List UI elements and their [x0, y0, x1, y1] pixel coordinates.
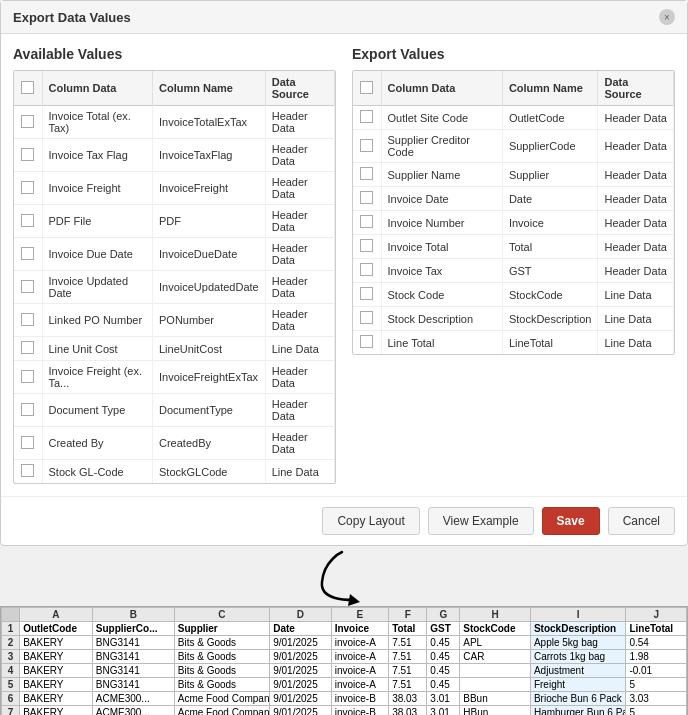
available-row-checkbox-cell[interactable]: [14, 139, 42, 172]
available-data-source: Header Data: [265, 271, 334, 304]
available-row-checkbox[interactable]: [21, 115, 34, 128]
export-row-checkbox-cell[interactable]: [353, 235, 381, 259]
export-row-checkbox[interactable]: [360, 335, 373, 348]
available-table-row: Stock GL-Code StockGLCode Line Data: [14, 460, 335, 484]
available-header-checkbox[interactable]: [21, 81, 34, 94]
export-col-name: Supplier: [502, 163, 598, 187]
available-row-checkbox-cell[interactable]: [14, 304, 42, 337]
spreadsheet-row: 7BAKERYACME300...Acme Food Company9/01/2…: [2, 706, 687, 716]
spreadsheet-cell-5-9: 5: [626, 678, 687, 692]
available-col-name: InvoiceFreightExTax: [153, 361, 266, 394]
available-row-checkbox[interactable]: [21, 280, 34, 293]
available-data-source: Header Data: [265, 361, 334, 394]
available-row-checkbox-cell[interactable]: [14, 238, 42, 271]
available-row-checkbox[interactable]: [21, 247, 34, 260]
available-row-checkbox[interactable]: [21, 181, 34, 194]
export-row-checkbox-cell[interactable]: [353, 331, 381, 355]
export-row-checkbox[interactable]: [360, 263, 373, 276]
export-row-checkbox-cell[interactable]: [353, 106, 381, 130]
spreadsheet-cell-6-5: 38.03: [389, 692, 427, 706]
export-row-checkbox[interactable]: [360, 110, 373, 123]
export-row-checkbox-cell[interactable]: [353, 259, 381, 283]
export-table-row: Line Total LineTotal Line Data: [353, 331, 674, 355]
available-row-checkbox[interactable]: [21, 313, 34, 326]
spreadsheet-cell-6-0: BAKERY: [20, 692, 93, 706]
copy-layout-button[interactable]: Copy Layout: [322, 507, 419, 535]
available-row-checkbox-cell[interactable]: [14, 106, 42, 139]
available-data-source: Header Data: [265, 304, 334, 337]
available-data-source: Header Data: [265, 394, 334, 427]
export-col-data: Stock Description: [381, 307, 502, 331]
spreadsheet-row: 2BAKERYBNG3141Bits & Goods9/01/2025invoi…: [2, 636, 687, 650]
close-button[interactable]: ×: [659, 9, 675, 25]
export-col-data: Stock Code: [381, 283, 502, 307]
spreadsheet-col-header-G: G: [427, 608, 460, 622]
export-row-checkbox-cell[interactable]: [353, 163, 381, 187]
available-col-data: Linked PO Number: [42, 304, 153, 337]
spreadsheet-cell-1-9: LineTotal: [626, 622, 687, 636]
export-col-name: Invoice: [502, 211, 598, 235]
export-col-data: Supplier Creditor Code: [381, 130, 502, 163]
available-row-checkbox-cell[interactable]: [14, 271, 42, 304]
spreadsheet-row-num: 1: [2, 622, 20, 636]
available-row-checkbox[interactable]: [21, 214, 34, 227]
available-row-checkbox[interactable]: [21, 403, 34, 416]
export-header-checkbox[interactable]: [360, 81, 373, 94]
spreadsheet-cell-3-5: 7.51: [389, 650, 427, 664]
spreadsheet-cell-7-1: ACME300...: [92, 706, 174, 716]
available-row-checkbox-cell[interactable]: [14, 361, 42, 394]
export-table-row: Outlet Site Code OutletCode Header Data: [353, 106, 674, 130]
available-col-data-header: Column Data: [42, 71, 153, 106]
available-row-checkbox[interactable]: [21, 341, 34, 354]
available-row-checkbox[interactable]: [21, 464, 34, 477]
available-table-row: Linked PO Number PONumber Header Data: [14, 304, 335, 337]
save-button[interactable]: Save: [542, 507, 600, 535]
spreadsheet-col-header-I: I: [530, 608, 625, 622]
available-row-checkbox[interactable]: [21, 370, 34, 383]
export-row-checkbox[interactable]: [360, 239, 373, 252]
spreadsheet-col-header-A: A: [20, 608, 93, 622]
spreadsheet-cell-7-4: invoice-B: [331, 706, 388, 716]
view-example-button[interactable]: View Example: [428, 507, 534, 535]
export-col-name: LineTotal: [502, 331, 598, 355]
spreadsheet-col-i-cell: Carrots 1kg bag: [530, 650, 625, 664]
available-col-data: Invoice Tax Flag: [42, 139, 153, 172]
export-row-checkbox[interactable]: [360, 191, 373, 204]
export-row-checkbox-cell[interactable]: [353, 211, 381, 235]
spreadsheet-cell-5-2: Bits & Goods: [174, 678, 269, 692]
spreadsheet-cell-3-9: 1.98: [626, 650, 687, 664]
spreadsheet-row-num: 2: [2, 636, 20, 650]
available-col-data: Invoice Due Date: [42, 238, 153, 271]
spreadsheet-cell-1-0: OutletCode: [20, 622, 93, 636]
spreadsheet-cell-2-0: BAKERY: [20, 636, 93, 650]
spreadsheet-cell-7-3: 9/01/2025: [270, 706, 331, 716]
available-table-row: Invoice Freight (ex. Ta... InvoiceFreigh…: [14, 361, 335, 394]
export-data-source: Header Data: [598, 211, 674, 235]
spreadsheet-cell-6-3: 9/01/2025: [270, 692, 331, 706]
available-row-checkbox[interactable]: [21, 436, 34, 449]
available-row-checkbox-cell[interactable]: [14, 460, 42, 484]
export-row-checkbox[interactable]: [360, 167, 373, 180]
export-row-checkbox-cell[interactable]: [353, 130, 381, 163]
export-row-checkbox-cell[interactable]: [353, 187, 381, 211]
available-row-checkbox-cell[interactable]: [14, 394, 42, 427]
spreadsheet-cell-7-7: HBun: [460, 706, 531, 716]
available-col-name: PDF: [153, 205, 266, 238]
export-row-checkbox-cell[interactable]: [353, 307, 381, 331]
cancel-button[interactable]: Cancel: [608, 507, 675, 535]
available-table-row: PDF File PDF Header Data: [14, 205, 335, 238]
available-row-checkbox-cell[interactable]: [14, 172, 42, 205]
export-row-checkbox-cell[interactable]: [353, 283, 381, 307]
export-table-row: Stock Code StockCode Line Data: [353, 283, 674, 307]
modal-header: Export Data Values ×: [1, 1, 687, 34]
available-row-checkbox[interactable]: [21, 148, 34, 161]
export-row-checkbox[interactable]: [360, 215, 373, 228]
export-row-checkbox[interactable]: [360, 287, 373, 300]
export-row-checkbox[interactable]: [360, 139, 373, 152]
export-row-checkbox[interactable]: [360, 311, 373, 324]
available-row-checkbox-cell[interactable]: [14, 205, 42, 238]
spreadsheet-cell-6-4: invoice-B: [331, 692, 388, 706]
available-row-checkbox-cell[interactable]: [14, 337, 42, 361]
spreadsheet-col-header-row-num: [2, 608, 20, 622]
available-row-checkbox-cell[interactable]: [14, 427, 42, 460]
